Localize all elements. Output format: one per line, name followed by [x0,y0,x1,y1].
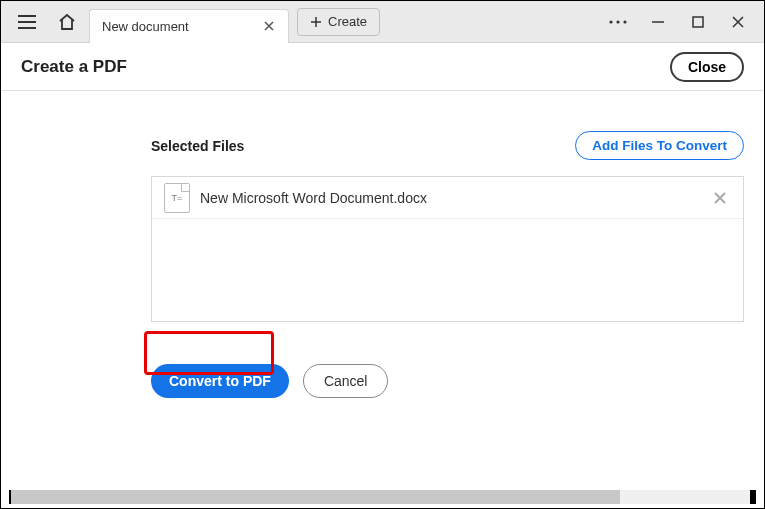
file-list-panel: T= New Microsoft Word Document.docx [151,176,744,322]
selected-files-header: Selected Files Add Files To Convert [151,131,744,160]
add-files-button[interactable]: Add Files To Convert [575,131,744,160]
close-button[interactable]: Close [670,52,744,82]
svg-point-2 [623,20,626,23]
minimize-icon[interactable] [638,4,678,40]
selected-files-label: Selected Files [151,138,244,154]
scrollbar-cap-right [750,490,756,504]
more-icon[interactable] [598,4,638,40]
create-button[interactable]: Create [297,8,380,36]
svg-point-1 [616,20,619,23]
tab-close-icon[interactable] [260,17,278,35]
svg-rect-3 [693,17,703,27]
titlebar: New document Create [1,1,764,43]
svg-point-0 [609,20,612,23]
scrollbar-thumb[interactable] [11,490,620,504]
convert-button[interactable]: Convert to PDF [151,364,289,398]
tab-title: New document [102,19,260,34]
document-tab[interactable]: New document [89,9,289,43]
close-icon[interactable] [718,4,758,40]
home-icon[interactable] [47,4,87,40]
file-row[interactable]: T= New Microsoft Word Document.docx [152,177,743,219]
horizontal-scrollbar[interactable] [11,490,754,504]
menu-icon[interactable] [7,4,47,40]
cancel-button[interactable]: Cancel [303,364,389,398]
maximize-icon[interactable] [678,4,718,40]
remove-file-icon[interactable] [709,187,731,209]
document-icon: T= [164,183,190,213]
plus-icon [310,16,322,28]
file-name: New Microsoft Word Document.docx [200,190,709,206]
content-area: Selected Files Add Files To Convert T= N… [1,91,764,398]
create-label: Create [328,14,367,29]
action-row: Convert to PDF Cancel [151,364,744,398]
page-title: Create a PDF [21,57,127,77]
page-header: Create a PDF Close [1,43,764,91]
window-controls [598,4,758,40]
